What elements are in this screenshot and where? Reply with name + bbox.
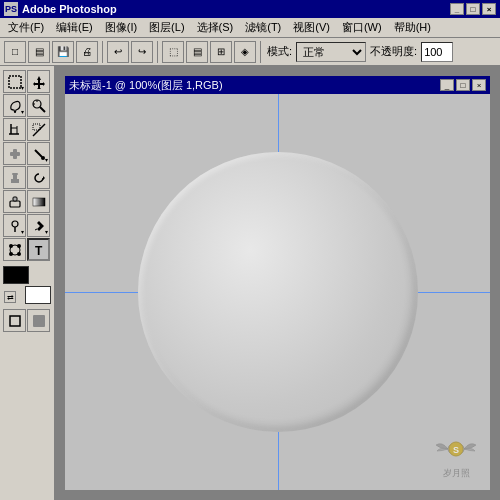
toolbar-left-group: □ ▤ 💾 🖨 (4, 41, 103, 63)
gradient-tool[interactable] (27, 190, 50, 213)
svg-line-2 (40, 107, 45, 112)
lasso-tool[interactable]: ▾ (3, 94, 26, 117)
menu-view[interactable]: 视图(V) (287, 18, 336, 37)
document-title-bar: 未标题-1 @ 100%(图层 1,RGB) _ □ × (65, 76, 490, 94)
toolbar-btn2[interactable]: ▤ (186, 41, 208, 63)
close-button[interactable]: × (482, 3, 496, 15)
tool-row-mask (3, 309, 51, 332)
toolbar-mid-group: ↩ ↪ (107, 41, 158, 63)
doc-minimize-button[interactable]: _ (440, 79, 454, 91)
toolbar-btn1[interactable]: ⬚ (162, 41, 184, 63)
svg-point-23 (12, 221, 18, 227)
path-select-tool[interactable] (3, 238, 26, 261)
brush-tool[interactable]: ▾ (27, 142, 50, 165)
svg-rect-21 (13, 197, 17, 201)
svg-text:T: T (35, 244, 43, 257)
swap-colors-button[interactable]: ⇄ (4, 291, 16, 303)
magic-wand-tool[interactable] (27, 94, 50, 117)
tool-row-1: ▾ (3, 70, 51, 93)
circle-layer (138, 152, 418, 432)
move-tool[interactable] (27, 70, 50, 93)
svg-marker-1 (33, 76, 45, 89)
crop-tool[interactable] (3, 118, 26, 141)
svg-marker-25 (37, 221, 44, 231)
svg-rect-22 (33, 198, 45, 206)
document-title: 未标题-1 @ 100%(图层 1,RGB) (69, 78, 440, 93)
mode-label: 模式: (267, 44, 292, 59)
menu-image[interactable]: 图像(I) (99, 18, 143, 37)
toolbar-right-group: ⬚ ▤ ⊞ ◈ (162, 41, 261, 63)
pen-tool[interactable]: ▾ (27, 214, 50, 237)
svg-marker-19 (43, 176, 45, 180)
background-color-swatch[interactable] (25, 286, 51, 304)
svg-rect-13 (10, 152, 20, 156)
canvas-content: S 岁月照 (65, 94, 490, 490)
options-toolbar: □ ▤ 💾 🖨 ↩ ↪ ⬚ ▤ ⊞ ◈ 模式: 正常 溶解 正片叠底 不透明度: (0, 38, 500, 66)
doc-close-button[interactable]: × (472, 79, 486, 91)
app-title: Adobe Photoshop (22, 3, 450, 15)
document-window: 未标题-1 @ 100%(图层 1,RGB) _ □ × (63, 74, 492, 492)
menu-select[interactable]: 选择(S) (191, 18, 240, 37)
tools-panel: ▾ ▾ (0, 66, 55, 500)
app-title-bar: PS Adobe Photoshop _ □ × (0, 0, 500, 18)
dodge-tool[interactable]: ▾ (3, 214, 26, 237)
menu-filter[interactable]: 滤镜(T) (239, 18, 287, 37)
maximize-button[interactable]: □ (466, 3, 480, 15)
svg-rect-18 (12, 173, 18, 175)
app-icon: PS (4, 2, 18, 16)
toolbar-btn4[interactable]: ◈ (234, 41, 256, 63)
svg-rect-20 (10, 201, 20, 207)
toolbar-btn3[interactable]: ⊞ (210, 41, 232, 63)
toolbar-new-btn[interactable]: □ (4, 41, 26, 63)
document-controls: _ □ × (440, 79, 486, 91)
canvas-area: 未标题-1 @ 100%(图层 1,RGB) _ □ × (55, 66, 500, 500)
stamp-tool[interactable] (3, 166, 26, 189)
tool-row-8: T (3, 238, 51, 261)
marquee-tool[interactable]: ▾ (3, 70, 26, 93)
toolbar-save-btn[interactable]: 💾 (52, 41, 74, 63)
svg-rect-32 (10, 316, 20, 326)
toolbar-redo-btn[interactable]: ↪ (131, 41, 153, 63)
tool-row-6 (3, 190, 51, 213)
menu-edit[interactable]: 编辑(E) (50, 18, 99, 37)
screen-mode-full[interactable] (27, 309, 50, 332)
text-tool[interactable]: T (27, 238, 50, 261)
toolbar-open-btn[interactable]: ▤ (28, 41, 50, 63)
minimize-button[interactable]: _ (450, 3, 464, 15)
tool-row-4: ▾ (3, 142, 51, 165)
svg-text:S: S (453, 445, 459, 455)
menu-bar: 文件(F) 编辑(E) 图像(I) 图层(L) 选择(S) 滤镜(T) 视图(V… (0, 18, 500, 38)
toolbar-undo-btn[interactable]: ↩ (107, 41, 129, 63)
menu-help[interactable]: 帮助(H) (388, 18, 437, 37)
main-area: ▾ ▾ (0, 66, 500, 500)
toolbar-print-btn[interactable]: 🖨 (76, 41, 98, 63)
doc-maximize-button[interactable]: □ (456, 79, 470, 91)
opacity-label: 不透明度: (370, 44, 417, 59)
eraser-tool[interactable] (3, 190, 26, 213)
watermark-text: 岁月照 (432, 467, 480, 480)
healing-tool[interactable] (3, 142, 26, 165)
foreground-color-swatch[interactable] (3, 266, 29, 284)
svg-line-14 (35, 150, 42, 157)
tool-row-2: ▾ (3, 94, 51, 117)
opacity-input[interactable] (421, 42, 453, 62)
svg-rect-0 (9, 76, 21, 88)
slice-tool[interactable] (27, 118, 50, 141)
tool-row-7: ▾ ▾ (3, 214, 51, 237)
menu-window[interactable]: 窗口(W) (336, 18, 388, 37)
menu-file[interactable]: 文件(F) (2, 18, 50, 37)
window-controls: _ □ × (450, 3, 496, 15)
svg-line-26 (35, 229, 37, 230)
mode-select[interactable]: 正常 溶解 正片叠底 (296, 42, 366, 62)
color-swatches: ⇄ (3, 266, 51, 304)
svg-rect-33 (33, 315, 45, 327)
tool-row-3 (3, 118, 51, 141)
svg-point-15 (41, 156, 45, 160)
tool-row-5 (3, 166, 51, 189)
screen-mode-standard[interactable] (3, 309, 26, 332)
watermark: S 岁月照 (432, 429, 480, 480)
menu-layer[interactable]: 图层(L) (143, 18, 190, 37)
watermark-wings-icon: S (432, 429, 480, 465)
history-brush-tool[interactable] (27, 166, 50, 189)
